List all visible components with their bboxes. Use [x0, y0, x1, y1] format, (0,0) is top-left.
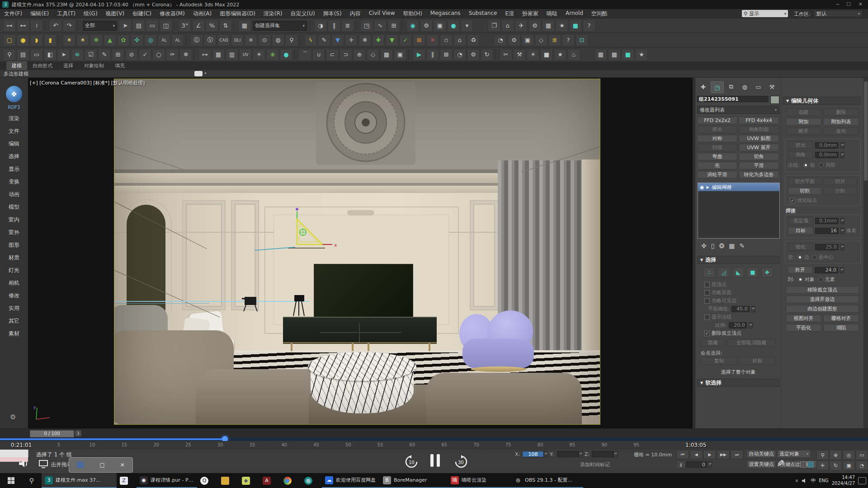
slice-button[interactable]: 切片平面 — [788, 178, 821, 185]
tray-lang[interactable]: ENG — [819, 478, 829, 483]
material-editor-icon[interactable]: ◉ — [406, 20, 419, 32]
zoom-icon[interactable]: ⚲ — [816, 450, 829, 460]
settings-icon[interactable]: ⚙ — [528, 20, 541, 32]
ribbon-tab-3[interactable]: 选择 — [58, 61, 79, 70]
annotate-pencil-icon[interactable]: ✎ — [775, 460, 786, 467]
pen-icon[interactable]: ✎ — [318, 34, 330, 46]
video-rewind10-button[interactable]: 10 — [405, 455, 418, 469]
window-crossing-icon[interactable]: ◫ — [160, 20, 172, 32]
pack-icon[interactable]: ⊡ — [576, 34, 588, 46]
menu-item-6[interactable]: 创建(C) — [128, 10, 156, 18]
render-flyout-icon[interactable]: ▾ — [461, 20, 473, 32]
snowflake-icon[interactable]: ❄ — [179, 49, 192, 61]
mini-tool-icon[interactable] — [800, 461, 807, 468]
sidebar-item-6[interactable]: 变换 — [0, 178, 28, 186]
sidebar-item-13[interactable]: 灯光 — [0, 267, 28, 274]
pause-icon[interactable]: ‖ — [426, 49, 439, 61]
explode-button[interactable]: 炸开 — [788, 266, 813, 274]
graphite-icon[interactable]: ◳ — [360, 20, 373, 32]
search-box[interactable]: ⚲ 显示 ▾ — [742, 10, 788, 17]
modifier-preset-button[interactable]: 平滑 — [739, 162, 779, 169]
ribbon-minimize-icon[interactable] — [194, 71, 203, 76]
panel-scrollbar[interactable] — [863, 78, 868, 428]
remove-modifier-icon[interactable]: ▦ — [729, 242, 735, 249]
check-green-icon[interactable]: ✓ — [399, 34, 412, 46]
cup-icon[interactable]: ∪ — [312, 49, 325, 61]
edit-geometry-header[interactable]: ▼编辑几何体 — [783, 97, 861, 105]
taskbar-icon-qq[interactable]: Q — [197, 473, 218, 488]
box-icon[interactable]: ▫ — [440, 34, 453, 46]
cad-chip-icon[interactable]: CAD — [217, 34, 230, 46]
unhide-all-button[interactable]: 全部取消隐藏 — [727, 339, 776, 347]
folder-icon[interactable]: ▤ — [17, 49, 29, 61]
diamond-icon[interactable]: ◇ — [367, 49, 379, 61]
hide-button[interactable]: 隐藏 — [701, 339, 725, 347]
select-by-name-icon[interactable]: ▤ — [132, 20, 145, 32]
go-start-icon[interactable]: ⏮ — [676, 450, 689, 459]
configure-modifier-icon[interactable]: ✎ — [739, 242, 745, 249]
stack-icon[interactable]: ≋ — [71, 49, 84, 61]
menu-item-16[interactable]: Megascans — [426, 10, 465, 18]
spinner-icon[interactable]: ▴▾ — [840, 218, 844, 224]
modifier-preset-button[interactable]: 挤出 — [697, 126, 737, 133]
globe-icon[interactable]: ⊙ — [258, 34, 271, 46]
recycle-icon[interactable]: ♻ — [467, 34, 480, 46]
render-icon[interactable]: ● — [447, 20, 460, 32]
down-green-icon[interactable]: ▼ — [386, 34, 398, 46]
grid-icon[interactable]: ▦ — [542, 20, 555, 32]
radio-icon[interactable] — [798, 277, 803, 282]
walkthrough-icon[interactable]: ◔ — [856, 460, 868, 470]
light2-icon[interactable]: ☀ — [76, 34, 89, 46]
undo-icon[interactable]: ↶ — [49, 20, 62, 32]
dropper-icon[interactable]: ✑ — [166, 49, 179, 61]
video-display-icon[interactable] — [39, 460, 48, 469]
star-icon[interactable]: ★ — [556, 20, 568, 32]
pan-icon[interactable]: ✛ — [816, 460, 829, 470]
hammer-icon[interactable]: ⚒ — [513, 49, 526, 61]
taskbar-icon-autocad[interactable]: A — [259, 473, 280, 488]
al2-chip-icon[interactable]: AL — [171, 34, 184, 46]
menu-item-22[interactable]: 空间酷 — [587, 10, 612, 18]
flower-icon[interactable]: ❀ — [266, 49, 279, 61]
grid3-icon[interactable]: ▦ — [594, 49, 607, 61]
modifier-preset-button[interactable]: 转化为多边形 — [739, 171, 779, 178]
bind-spacewarp-icon[interactable]: ≀ — [30, 20, 43, 32]
video-pause-button[interactable] — [430, 454, 442, 468]
bevel-button[interactable]: 倒角 — [788, 151, 813, 159]
slice-button[interactable]: 切割 — [788, 187, 821, 195]
ribbon-tab-5[interactable]: 填充 — [109, 61, 130, 70]
tree-icon[interactable]: ▲ — [104, 34, 116, 46]
paint-icon[interactable]: ◧ — [44, 49, 57, 61]
sidebar-gear-icon[interactable]: ⚙ — [10, 413, 16, 421]
checkbox-icon[interactable] — [704, 314, 710, 320]
al-chip-icon[interactable]: AL — [158, 34, 170, 46]
radio-icon[interactable] — [803, 163, 808, 168]
menu-item-14[interactable]: Civil View — [365, 10, 399, 18]
uv-chip-icon[interactable]: UV — [239, 49, 252, 61]
orbit-icon[interactable]: ↻ — [830, 460, 842, 470]
search2-icon[interactable]: ⚲ — [285, 34, 298, 46]
table2-icon[interactable]: ▥ — [226, 49, 238, 61]
disc-icon[interactable]: ◍ — [272, 34, 284, 46]
menu-item-3[interactable]: 工具(T) — [53, 10, 80, 18]
spinner-icon[interactable]: ▴▾ — [613, 451, 618, 457]
oplus-icon[interactable]: ⊕ — [353, 49, 366, 61]
tab-utilities[interactable]: ⚒ — [766, 81, 778, 92]
spinner-icon[interactable]: ▴▾ — [840, 244, 844, 250]
blob-prim-icon[interactable]: ◗ — [30, 34, 43, 46]
select-link-icon[interactable]: ⊶ — [3, 20, 16, 32]
table-icon[interactable]: ▦ — [212, 49, 225, 61]
light-icon[interactable]: ☀ — [63, 34, 75, 46]
cross-icon[interactable]: ✛ — [345, 34, 358, 46]
spinner-icon[interactable]: ▴▾ — [840, 142, 844, 149]
tessellate-field[interactable]: 25.0 — [815, 244, 839, 250]
video-mini-toolbar[interactable]: □✕ — [69, 457, 133, 473]
circle-prim-icon[interactable]: ● — [17, 34, 29, 46]
bevel-field[interactable]: 0.0mm — [815, 152, 839, 158]
mini-toolbar-blue-icon[interactable] — [77, 462, 84, 468]
polygon-mode-icon[interactable]: ■ — [747, 267, 759, 277]
select-object-icon[interactable]: ➤ — [119, 20, 132, 32]
help-icon[interactable]: ? — [583, 20, 595, 32]
rect-region-icon[interactable]: ▭ — [146, 20, 159, 32]
camera-render-region[interactable]: x — [114, 79, 600, 425]
